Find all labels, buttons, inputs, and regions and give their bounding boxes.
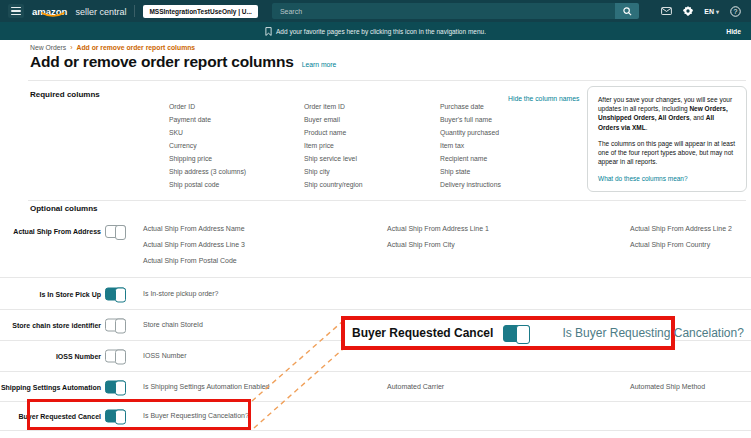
toggle-actual-ship-from-address[interactable] — [105, 225, 126, 238]
column-cell: Is Buyer Requesting Cancelation? — [143, 408, 249, 424]
toggle-knob — [516, 325, 530, 344]
row-shipping-settings-automation: Shipping Settings Automation Is Shipping… — [0, 372, 751, 402]
required-item: Order ID — [169, 100, 246, 113]
required-item: Purchase date — [440, 100, 501, 113]
learn-more-link[interactable]: Learn more — [302, 61, 337, 68]
amazon-smile-icon — [41, 12, 67, 18]
column-cell: Automated Carrier — [387, 379, 444, 395]
settings-button[interactable] — [683, 6, 693, 16]
columns-meaning-link[interactable]: What do these columns mean? — [598, 175, 688, 182]
search-input[interactable] — [272, 3, 615, 19]
required-column-list-1: Order ID Payment date SKU Currency Shipp… — [169, 100, 246, 191]
info-box: After you save your changes, you will se… — [587, 86, 747, 192]
required-item: Order item ID — [304, 100, 363, 113]
info-paragraph-1: After you save your changes, you will se… — [598, 95, 736, 132]
row-label: IOSS Number — [56, 353, 101, 360]
column-cell: Actual Ship From Address Line 1Actual Sh… — [387, 221, 489, 253]
annotation-description: Is Buyer Requesting Cancelation? — [562, 326, 743, 340]
language-label: EN — [704, 8, 714, 15]
page-root: amazon seller central MSSIntegrationTest… — [0, 0, 751, 438]
toggle-knob — [115, 319, 126, 334]
row-label: Is In Store Pick Up — [40, 290, 101, 297]
required-item: Item tax — [440, 139, 501, 152]
row-buyer-requested-cancel: Buyer Requested Cancel Is Buyer Requesti… — [0, 402, 751, 431]
toggle-ioss-number[interactable] — [105, 350, 126, 363]
required-item: Product name — [304, 126, 363, 139]
menu-icon[interactable] — [8, 4, 24, 18]
amazon-logo[interactable]: amazon seller central — [32, 6, 126, 17]
language-selector[interactable]: EN ▾ — [704, 8, 719, 15]
required-item: Shipping price — [169, 152, 246, 165]
required-item: Buyer's full name — [440, 113, 501, 126]
column-cell: Actual Ship From Address Line 2Actual Sh… — [630, 221, 732, 253]
breadcrumb-separator: › — [70, 44, 72, 51]
top-navbar: amazon seller central MSSIntegrationTest… — [0, 0, 751, 22]
required-columns-heading: Required columns — [30, 90, 100, 99]
column-cell: Is Shipping Settings Automation Enabled — [143, 379, 269, 395]
column-cell: Actual Ship From Address NameActual Ship… — [143, 221, 245, 269]
breadcrumb-parent[interactable]: New Orders — [30, 44, 66, 51]
toggle-knob — [115, 350, 126, 365]
annotation-callout: Buyer Requested Cancel Is Buyer Requesti… — [341, 316, 675, 350]
row-is-in-store-pick-up: Is In Store Pick Up Is In-store pickup o… — [0, 278, 751, 310]
annotation-toggle — [503, 325, 530, 342]
topbar-icons: EN ▾ ? — [661, 6, 741, 17]
required-item: Ship address (3 columns) — [169, 165, 246, 178]
divider — [28, 200, 746, 201]
breadcrumb-current: Add or remove order report columns — [77, 44, 196, 51]
chevron-down-icon: ▾ — [716, 8, 719, 15]
help-button[interactable]: ? — [730, 6, 741, 17]
breadcrumb: New Orders › Add or remove order report … — [30, 44, 195, 51]
help-icon: ? — [730, 6, 741, 17]
toggle-knob — [115, 410, 126, 425]
required-item: Ship country/region — [304, 178, 363, 191]
bookmark-icon — [265, 27, 272, 36]
column-cell: Is In-store pickup order? — [143, 286, 218, 302]
toggle-store-chain-store-identifier[interactable] — [105, 319, 126, 332]
toggle-is-in-store-pick-up[interactable] — [105, 287, 126, 300]
required-item: SKU — [169, 126, 246, 139]
gear-icon — [683, 6, 693, 16]
column-cell: Automated Ship Method — [630, 379, 705, 395]
annotation-label: Buyer Requested Cancel — [352, 326, 493, 340]
search-button[interactable] — [615, 3, 639, 19]
required-column-list-2: Order item ID Buyer email Product name I… — [304, 100, 363, 191]
page-title: Add or remove order report columns — [30, 53, 294, 71]
column-cell: IOSS Number — [143, 348, 187, 364]
toggle-knob — [115, 287, 126, 302]
seller-central-text: seller central — [75, 7, 126, 17]
row-label: Buyer Requested Cancel — [19, 413, 101, 420]
required-item: Payment date — [169, 113, 246, 126]
required-item: Quantity purchased — [440, 126, 501, 139]
row-actual-ship-from-address: Actual Ship From Address Actual Ship Fro… — [0, 218, 751, 278]
row-label: Shipping Settings Automation — [1, 383, 101, 390]
toggle-shipping-settings-automation[interactable] — [105, 380, 126, 393]
svg-text:?: ? — [734, 7, 738, 14]
required-item: Ship postal code — [169, 178, 246, 191]
optional-columns-heading: Optional columns — [30, 204, 98, 213]
messages-button[interactable] — [661, 7, 672, 15]
envelope-icon — [661, 7, 672, 15]
hide-banner-button[interactable]: Hide — [726, 22, 741, 40]
toggle-knob — [115, 380, 126, 395]
toggle-knob — [115, 225, 126, 240]
required-item: Ship city — [304, 165, 363, 178]
required-item: Recipient name — [440, 152, 501, 165]
divider — [28, 80, 746, 81]
row-label: Store chain store identifier — [12, 322, 101, 329]
info-paragraph-2: The columns on this page will appear in … — [598, 139, 736, 167]
required-item: Item price — [304, 139, 363, 152]
search-icon — [623, 7, 632, 16]
row-label: Actual Ship From Address — [13, 228, 101, 235]
favorites-banner: Add your favorite pages here by clicking… — [0, 22, 751, 40]
toggle-buyer-requested-cancel[interactable] — [105, 410, 126, 423]
column-cell: Store chain StoreId — [143, 317, 203, 333]
divider — [134, 5, 135, 17]
required-column-list-3: Purchase date Buyer's full name Quantity… — [440, 100, 501, 191]
hide-column-names-link[interactable]: Hide the column names — [508, 95, 579, 102]
account-selector[interactable]: MSSIntegrationTestUseOnly | U... — [143, 5, 257, 18]
required-item: Currency — [169, 139, 246, 152]
required-item: Buyer email — [304, 113, 363, 126]
required-item: Ship state — [440, 165, 501, 178]
favorites-message: Add your favorite pages here by clicking… — [276, 28, 486, 35]
